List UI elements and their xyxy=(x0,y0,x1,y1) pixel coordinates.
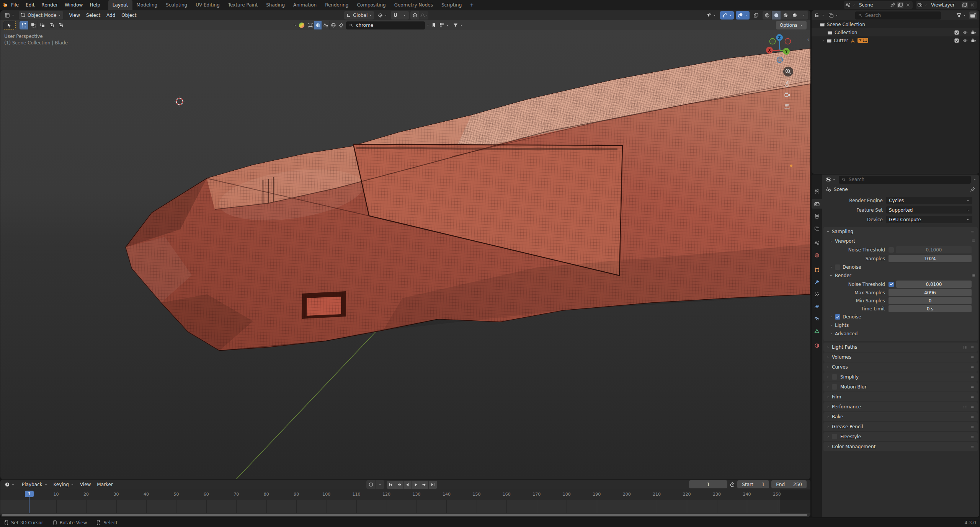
end-frame-field[interactable]: End 250 xyxy=(771,480,807,488)
menu-render[interactable]: Render xyxy=(38,2,61,8)
next-keyframe-button[interactable] xyxy=(420,481,428,489)
orientation-dropdown[interactable]: Global xyxy=(344,11,374,20)
panel-menu-icon[interactable] xyxy=(972,273,975,277)
timeline-scrollbar[interactable] xyxy=(2,514,807,516)
viewport-noise-checkbox[interactable] xyxy=(889,247,894,253)
filter-scenes-button[interactable] xyxy=(322,21,329,29)
timeline-ruler[interactable]: 1020304050607080901001101201301401501601… xyxy=(0,489,810,500)
tab-texture-paint[interactable]: Texture Paint xyxy=(224,0,262,10)
panel-light-paths-header[interactable]: Light Paths xyxy=(823,343,978,352)
panel-menu-icon[interactable] xyxy=(963,405,967,409)
pivot-dropdown[interactable] xyxy=(376,11,389,20)
properties-tab-particles[interactable] xyxy=(812,289,822,299)
pan-hand-button[interactable] xyxy=(786,82,789,87)
properties-search[interactable] xyxy=(839,176,971,184)
timeline-menu-keying[interactable]: Keying xyxy=(51,481,77,488)
panel-color-management-header[interactable]: Color Management xyxy=(823,442,978,451)
value-time-limit[interactable]: 0 s xyxy=(889,305,972,312)
timeline-menu-marker[interactable]: Marker xyxy=(94,481,116,488)
properties-tab-tool[interactable] xyxy=(812,187,822,196)
play-reverse-button[interactable] xyxy=(403,481,412,489)
render-noise-checkbox[interactable] xyxy=(889,282,894,287)
new-viewlayer-icon[interactable] xyxy=(962,2,968,8)
grip-icon[interactable] xyxy=(971,435,975,439)
tab-shading[interactable]: Shading xyxy=(262,0,289,10)
object-origin-dot[interactable] xyxy=(790,165,792,167)
properties-tab-physics[interactable] xyxy=(812,302,822,311)
properties-tab-world[interactable] xyxy=(812,250,822,260)
filter-worlds-button[interactable] xyxy=(330,21,337,29)
snap-toggle[interactable] xyxy=(391,11,400,20)
grip-icon[interactable] xyxy=(971,355,975,359)
grip-icon[interactable] xyxy=(971,425,975,429)
viewport-menu-object[interactable]: Object xyxy=(118,11,139,19)
grip-icon[interactable] xyxy=(971,395,975,399)
panel-motion-blur-header[interactable]: Motion Blur xyxy=(823,382,978,392)
tab-animation[interactable]: Animation xyxy=(289,0,321,10)
breadcrumb-label[interactable]: Scene xyxy=(834,187,848,192)
panel-sampling-header[interactable]: Sampling xyxy=(823,227,978,236)
panel-menu-icon[interactable] xyxy=(972,239,975,243)
properties-tab-render[interactable] xyxy=(812,199,822,209)
filter-materials-button[interactable] xyxy=(314,21,322,29)
outliner-row-collection[interactable]: Collection xyxy=(812,28,979,36)
selectable-checkbox[interactable] xyxy=(954,30,959,35)
add-workspace-button[interactable]: + xyxy=(466,0,477,10)
properties-tab-scene[interactable] xyxy=(812,238,822,248)
viewport-noise-value[interactable]: 0.1000 xyxy=(896,246,972,253)
scene-name[interactable]: Scene xyxy=(857,2,888,8)
filter-dropdown[interactable] xyxy=(452,21,464,29)
panel-curves-header[interactable]: Curves xyxy=(823,362,978,372)
viewlayer-selector[interactable]: ViewLayer xyxy=(916,1,977,9)
prev-keyframe-button[interactable] xyxy=(395,481,403,489)
subpanel-lights[interactable]: Lights xyxy=(824,321,975,330)
shading-wireframe-button[interactable] xyxy=(763,11,771,20)
pin-icon[interactable] xyxy=(890,2,896,8)
grip-icon[interactable] xyxy=(971,445,975,449)
shading-rendered-button[interactable] xyxy=(790,11,799,20)
unlink-scene-icon[interactable] xyxy=(905,2,911,8)
visibility-dropdown[interactable] xyxy=(704,11,718,20)
viewport-menu-select[interactable]: Select xyxy=(83,11,103,19)
tab-sculpting[interactable]: Sculpting xyxy=(162,0,191,10)
viewlayer-name[interactable]: ViewLayer xyxy=(929,2,960,8)
chevron-down-icon[interactable] xyxy=(973,178,976,181)
properties-search-input[interactable] xyxy=(848,176,968,183)
falloff-dropdown[interactable] xyxy=(420,11,428,20)
axis-neg-z-ball[interactable] xyxy=(777,57,783,63)
axis-neg-x-ball[interactable] xyxy=(785,39,791,44)
viewport-canvas[interactable]: User Perspective (1) Scene Collection | … xyxy=(0,30,810,479)
viewport-menu-add[interactable]: Add xyxy=(103,11,118,19)
bookmark-icon[interactable] xyxy=(431,23,436,28)
viewport-denoise-row[interactable]: Denoise xyxy=(824,263,975,271)
panel-volumes-header[interactable]: Volumes xyxy=(823,352,978,362)
panel-performance-header[interactable]: Performance xyxy=(823,402,978,411)
panel-checkbox[interactable] xyxy=(832,434,837,439)
overlays-toggle[interactable] xyxy=(736,11,750,20)
filter-objects-button[interactable] xyxy=(307,21,314,29)
camera-view-button[interactable] xyxy=(785,93,790,96)
pin-icon[interactable] xyxy=(970,187,975,192)
dropdown-device[interactable]: GPU Compute xyxy=(886,216,972,223)
shading-dropdown[interactable] xyxy=(799,11,808,20)
expand-icon[interactable] xyxy=(822,39,825,42)
panel-freestyle-header[interactable]: Freestyle xyxy=(823,432,978,441)
chevron-down-icon[interactable] xyxy=(294,24,297,27)
select-mode-intersect[interactable] xyxy=(56,21,65,29)
dropdown-render-engine[interactable]: Cycles xyxy=(886,197,972,204)
panel-bake-header[interactable]: Bake xyxy=(823,412,978,421)
menu-help[interactable]: Help xyxy=(86,2,103,8)
viewport-denoise-checkbox[interactable] xyxy=(835,264,840,270)
tab-compositing[interactable]: Compositing xyxy=(353,0,390,10)
timeline-menu-view[interactable]: View xyxy=(77,481,94,488)
menu-window[interactable]: Window xyxy=(61,2,86,8)
navigation-gizmo[interactable]: Z X Y xyxy=(766,34,791,63)
outliner-row-scene-collection[interactable]: Scene Collection xyxy=(812,20,979,28)
play-button[interactable] xyxy=(412,481,420,489)
chevron-down-icon[interactable] xyxy=(426,24,430,27)
value-max-samples[interactable]: 4096 xyxy=(889,289,972,296)
scene-selector[interactable]: Scene xyxy=(844,1,913,9)
asset-search-input[interactable] xyxy=(355,22,422,28)
proportional-toggle[interactable] xyxy=(410,11,419,20)
panel-menu-icon[interactable] xyxy=(963,345,967,349)
